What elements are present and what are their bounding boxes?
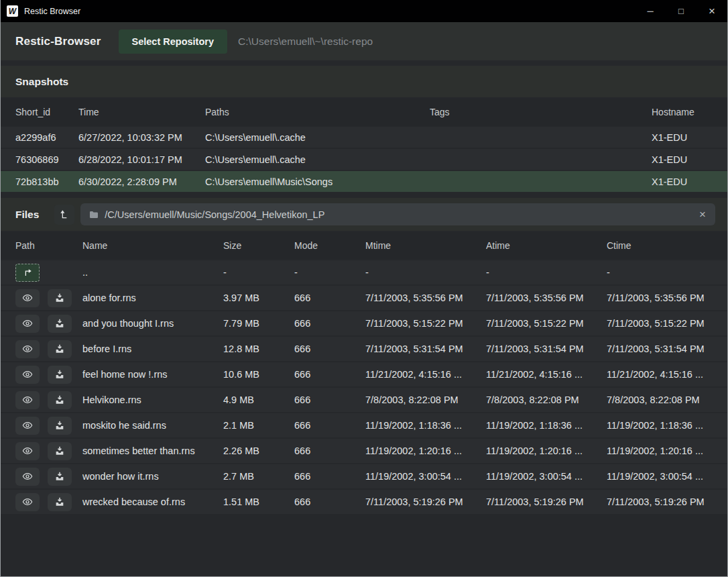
file-mtime: 11/19/2002, 1:18:36 ... xyxy=(365,413,486,437)
view-file-button[interactable] xyxy=(15,366,40,384)
restore-file-button[interactable] xyxy=(48,289,72,307)
parent-dir-cell xyxy=(1,260,82,284)
path-input[interactable] xyxy=(105,209,698,220)
column-header-atime[interactable]: Atime xyxy=(486,232,607,259)
arrow-up-right-icon xyxy=(23,268,33,278)
path-bar: × xyxy=(80,203,715,225)
eye-icon xyxy=(22,293,33,303)
file-row: moskito he said.rns 2.1 MB 666 11/19/200… xyxy=(1,413,727,437)
snapshot-short-id: 76306869 xyxy=(1,149,78,170)
clear-path-button[interactable]: × xyxy=(698,208,707,221)
snapshot-tags xyxy=(430,149,652,170)
column-header-path[interactable]: Path xyxy=(1,232,82,259)
file-size: 7.79 MB xyxy=(223,311,294,335)
column-header-mtime[interactable]: Mtime xyxy=(365,232,486,259)
view-file-button[interactable] xyxy=(15,315,40,333)
window-title: Restic Browser xyxy=(24,7,635,16)
download-icon xyxy=(54,471,65,482)
file-size: 3.97 MB xyxy=(223,286,294,310)
close-button[interactable]: × xyxy=(696,0,727,22)
file-mode: 666 xyxy=(294,439,365,463)
parent-dir-mtime: - xyxy=(365,260,486,284)
view-file-button[interactable] xyxy=(15,289,40,307)
file-row: Helvikone.rns 4.9 MB 666 7/8/2003, 8:22:… xyxy=(1,388,727,412)
download-icon xyxy=(54,445,65,456)
file-name: alone for.rns xyxy=(82,286,223,310)
file-mode: 666 xyxy=(294,286,365,310)
parent-dir-mode: - xyxy=(294,260,365,284)
file-mode: 666 xyxy=(294,490,365,514)
column-header-short-id[interactable]: Short_id xyxy=(1,99,78,125)
file-actions xyxy=(1,286,82,310)
file-atime: 11/19/2002, 1:18:36 ... xyxy=(486,413,607,437)
minimize-button[interactable]: ─ xyxy=(635,0,666,22)
file-ctime: 11/19/2002, 1:18:36 ... xyxy=(607,413,727,437)
snapshot-tags xyxy=(430,127,652,148)
column-header-time[interactable]: Time xyxy=(78,99,205,125)
snapshot-tags xyxy=(430,171,652,192)
snapshot-row[interactable]: 72b813bb 6/30/2022, 2:28:09 PM C:\Users\… xyxy=(1,171,727,192)
file-mtime: 7/11/2003, 5:35:56 PM xyxy=(365,286,486,310)
snapshot-time: 6/27/2022, 10:03:32 PM xyxy=(78,127,205,148)
view-file-button[interactable] xyxy=(15,391,40,409)
select-repository-button[interactable]: Select Repository xyxy=(119,30,228,54)
restore-file-button[interactable] xyxy=(48,366,72,384)
column-header-ctime[interactable]: Ctime xyxy=(607,232,727,259)
restore-file-button[interactable] xyxy=(48,417,72,435)
restore-file-button[interactable] xyxy=(48,468,72,486)
file-name: moskito he said.rns xyxy=(82,413,223,437)
snapshot-time: 6/28/2022, 10:01:17 PM xyxy=(78,149,205,170)
files-section-header: Files × xyxy=(1,198,727,231)
file-size: 10.6 MB xyxy=(223,362,294,386)
snapshots-table: Short_id Time Paths Tags Hostname a2299a… xyxy=(1,97,727,193)
column-header-paths[interactable]: Paths xyxy=(205,99,430,125)
view-file-button[interactable] xyxy=(15,442,40,460)
file-name: and you thought I.rns xyxy=(82,311,223,335)
file-atime: 7/11/2003, 5:15:22 PM xyxy=(486,311,607,335)
restore-file-button[interactable] xyxy=(48,340,72,358)
file-mtime: 7/11/2003, 5:15:22 PM xyxy=(365,311,486,335)
column-header-hostname[interactable]: Hostname xyxy=(652,99,727,125)
file-row: sometimes better than.rns 2.26 MB 666 11… xyxy=(1,439,727,463)
files-table: Path Name Size Mode Mtime Atime Ctime ..… xyxy=(1,231,727,515)
file-mtime: 7/8/2003, 8:22:08 PM xyxy=(365,388,486,412)
file-actions xyxy=(1,464,82,488)
eye-icon xyxy=(22,471,33,482)
download-icon xyxy=(54,420,65,431)
restore-file-button[interactable] xyxy=(48,391,72,409)
go-parent-dir-button[interactable] xyxy=(15,264,40,282)
file-ctime: 7/11/2003, 5:19:26 PM xyxy=(607,490,727,514)
view-file-button[interactable] xyxy=(15,493,40,511)
download-icon xyxy=(54,344,65,354)
file-size: 2.1 MB xyxy=(223,413,294,437)
file-atime: 7/11/2003, 5:35:56 PM xyxy=(486,286,607,310)
eye-icon xyxy=(22,344,33,354)
file-ctime: 7/8/2003, 8:22:08 PM xyxy=(607,388,727,412)
view-file-button[interactable] xyxy=(15,417,40,435)
view-file-button[interactable] xyxy=(15,340,40,358)
restore-file-button[interactable] xyxy=(48,442,72,460)
parent-dir-name: .. xyxy=(82,260,223,284)
snapshot-row[interactable]: a2299af6 6/27/2022, 10:03:32 PM C:\Users… xyxy=(1,127,727,148)
snapshot-row[interactable]: 76306869 6/28/2022, 10:01:17 PM C:\Users… xyxy=(1,149,727,170)
file-row: alone for.rns 3.97 MB 666 7/11/2003, 5:3… xyxy=(1,286,727,310)
file-row: before I.rns 12.8 MB 666 7/11/2003, 5:31… xyxy=(1,337,727,361)
restore-file-button[interactable] xyxy=(48,315,72,333)
file-ctime: 7/11/2003, 5:35:56 PM xyxy=(607,286,727,310)
eye-icon xyxy=(22,445,33,456)
level-up-icon xyxy=(59,209,70,220)
file-mode: 666 xyxy=(294,388,365,412)
column-header-mode[interactable]: Mode xyxy=(294,232,365,259)
file-row: and you thought I.rns 7.79 MB 666 7/11/2… xyxy=(1,311,727,335)
column-header-tags[interactable]: Tags xyxy=(430,99,652,125)
column-header-name[interactable]: Name xyxy=(82,232,223,259)
view-file-button[interactable] xyxy=(15,468,40,486)
maximize-button[interactable]: □ xyxy=(666,0,696,22)
restore-file-button[interactable] xyxy=(48,493,72,511)
file-ctime: 11/21/2002, 4:15:16 ... xyxy=(607,362,727,386)
column-header-size[interactable]: Size xyxy=(223,232,294,259)
eye-icon xyxy=(22,395,33,405)
root-dir-button[interactable] xyxy=(54,205,74,225)
file-name: Helvikone.rns xyxy=(82,388,223,412)
app-header: Restic-Browser Select Repository C:\User… xyxy=(1,22,727,60)
